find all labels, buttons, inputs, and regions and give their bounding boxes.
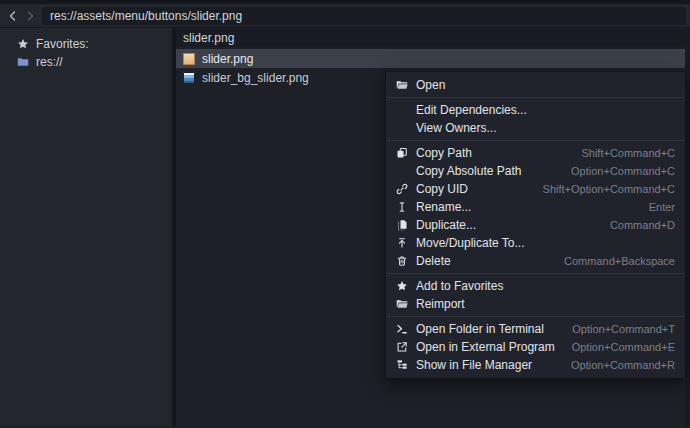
file-name-label: slider_bg_slider.png <box>202 71 309 85</box>
menu-item-shortcut: Command+D <box>610 219 675 231</box>
link-icon <box>395 183 408 196</box>
sidebar-item-res[interactable]: res:// <box>0 53 172 71</box>
menu-item-label: Copy UID <box>416 182 468 196</box>
current-path-field[interactable]: res://assets/menu/buttons/slider.png <box>42 7 686 25</box>
star-icon <box>395 280 408 293</box>
star-icon <box>16 38 29 51</box>
folder-open-icon <box>395 79 408 92</box>
menu-item-shortcut: Option+Command+T <box>572 323 675 335</box>
menu-item-rename[interactable]: Rename...Enter <box>386 198 685 216</box>
menu-item-label: Move/Duplicate To... <box>416 236 525 250</box>
external-icon <box>395 341 408 354</box>
no-icon <box>395 104 408 117</box>
image-thumb-blue <box>183 72 195 84</box>
menu-item-copy-uid[interactable]: Copy UIDShift+Option+Command+C <box>386 180 685 198</box>
terminal-icon <box>395 323 408 336</box>
menu-item-move-duplicate-to[interactable]: Move/Duplicate To... <box>386 234 685 252</box>
menu-item-label: Duplicate... <box>416 218 476 232</box>
menu-item-label: Copy Path <box>416 146 472 160</box>
menu-item-label: Open Folder in Terminal <box>416 322 544 336</box>
menu-item-add-to-favorites[interactable]: Add to Favorites <box>386 277 685 295</box>
menu-item-shortcut: Shift+Command+C <box>581 147 675 159</box>
menu-item-open-folder-in-terminal[interactable]: Open Folder in TerminalOption+Command+T <box>386 320 685 338</box>
image-thumb-tan <box>183 53 195 65</box>
ibeam-icon <box>395 201 408 214</box>
menu-item-shortcut: Option+Command+E <box>572 341 675 353</box>
folder-open-icon <box>395 298 408 311</box>
no-icon <box>395 165 408 178</box>
folder-tree-panel: Favorites:res:// <box>0 28 172 427</box>
file-filter-input[interactable]: slider.png <box>176 29 685 47</box>
menu-item-shortcut: Command+Backspace <box>564 255 675 267</box>
tree-icon <box>395 359 408 372</box>
menu-item-view-owners[interactable]: View Owners... <box>386 119 685 137</box>
menu-item-label: Show in File Manager <box>416 358 532 372</box>
menu-item-shortcut: Enter <box>649 201 675 213</box>
no-icon <box>395 122 408 135</box>
menu-item-label: Delete <box>416 254 451 268</box>
menu-item-label: View Owners... <box>416 121 496 135</box>
menu-item-reimport[interactable]: Reimport <box>386 295 685 313</box>
sidebar-item-label: Favorites: <box>36 37 89 51</box>
menu-separator <box>386 97 685 98</box>
filesystem-dock: res://assets/menu/buttons/slider.png Fav… <box>0 0 690 428</box>
sidebar-item-label: res:// <box>36 55 63 69</box>
menu-item-edit-dependencies[interactable]: Edit Dependencies... <box>386 101 685 119</box>
menu-item-shortcut: Shift+Option+Command+C <box>543 183 675 195</box>
copy-icon <box>395 147 408 160</box>
move-up-icon <box>395 237 408 250</box>
sidebar-item-favorites[interactable]: Favorites: <box>0 35 172 53</box>
menu-item-open[interactable]: Open <box>386 76 685 94</box>
menu-item-delete[interactable]: DeleteCommand+Backspace <box>386 252 685 270</box>
trash-icon <box>395 255 408 268</box>
chevron-left-icon <box>8 11 18 21</box>
nav-forward-button[interactable] <box>21 7 38 25</box>
menu-item-show-in-file-manager[interactable]: Show in File ManagerOption+Command+R <box>386 356 685 374</box>
nav-back-button[interactable] <box>4 7 21 25</box>
file-row-slider-png[interactable]: slider.png <box>176 49 685 68</box>
menu-separator <box>386 273 685 274</box>
menu-item-label: Copy Absolute Path <box>416 164 521 178</box>
menu-item-label: Add to Favorites <box>416 279 503 293</box>
menu-item-label: Reimport <box>416 297 465 311</box>
menu-item-shortcut: Option+Command+C <box>571 165 675 177</box>
path-toolbar: res://assets/menu/buttons/slider.png <box>0 4 690 28</box>
file-name-label: slider.png <box>202 52 253 66</box>
current-path-text: res://assets/menu/buttons/slider.png <box>50 9 242 23</box>
menu-item-label: Rename... <box>416 200 471 214</box>
menu-item-label: Open in External Program <box>416 340 555 354</box>
duplicate-icon <box>395 219 408 232</box>
folder-icon <box>16 56 29 69</box>
menu-item-label: Edit Dependencies... <box>416 103 527 117</box>
menu-item-label: Open <box>416 78 445 92</box>
file-filter-text: slider.png <box>183 31 234 45</box>
menu-item-duplicate[interactable]: Duplicate...Command+D <box>386 216 685 234</box>
chevron-right-icon <box>25 11 35 21</box>
menu-separator <box>386 140 685 141</box>
menu-item-copy-absolute-path[interactable]: Copy Absolute PathOption+Command+C <box>386 162 685 180</box>
menu-item-open-in-external-program[interactable]: Open in External ProgramOption+Command+E <box>386 338 685 356</box>
menu-separator <box>386 316 685 317</box>
menu-item-shortcut: Option+Command+R <box>571 359 675 371</box>
menu-item-copy-path[interactable]: Copy PathShift+Command+C <box>386 144 685 162</box>
context-menu: OpenEdit Dependencies...View Owners...Co… <box>385 71 686 379</box>
